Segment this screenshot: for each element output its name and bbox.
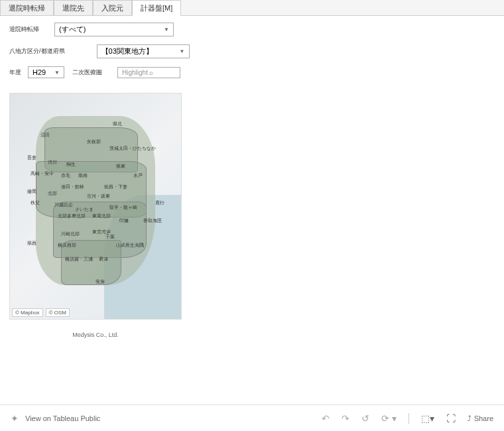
- share-icon: ⤴: [468, 414, 472, 422]
- redo-button[interactable]: ↷: [342, 413, 349, 424]
- region-filter-label: 八地方区分/都道府県: [9, 47, 65, 56]
- region-value: 【03関東地方】: [101, 46, 153, 56]
- search-placeholder: Highlight ...: [122, 69, 149, 76]
- outcome-dropdown[interactable]: (すべて) ▼: [54, 23, 174, 36]
- map-attribution: © Mapbox © OSM: [12, 308, 70, 317]
- bottom-toolbar: View on Tableau Public ↶ ↷ ↺ ⟳ ▾ ⬚▾ ⛶ ⤴ …: [0, 404, 504, 431]
- company-footer: Medysis Co., Ltd.: [0, 332, 191, 338]
- osm-attribution[interactable]: © OSM: [46, 308, 70, 317]
- undo-button[interactable]: ↶: [322, 413, 330, 424]
- year-filter-label: 年度: [9, 68, 23, 77]
- region-dropdown[interactable]: 【03関東地方】 ▼: [97, 44, 190, 58]
- filter-panel: 退院時転帰 (すべて) ▼ 八地方区分/都道府県 【03関東地方】 ▼ 年度 H…: [0, 16, 504, 93]
- replay-button[interactable]: ↺: [361, 413, 369, 424]
- caret-icon: ▼: [180, 48, 185, 54]
- tab-discharge-dest[interactable]: 退院先: [54, 0, 93, 15]
- outcome-filter-label: 退院時転帰: [9, 25, 49, 34]
- medical-area-label: 二次医療圏: [72, 68, 112, 77]
- share-button[interactable]: ⤴ Share: [468, 414, 493, 422]
- view-label: View on Tableau Public: [25, 414, 100, 422]
- tab-bar: 退院時転帰 退院先 入院元 計器盤[M]: [0, 0, 504, 16]
- refresh-button[interactable]: ⟳ ▾: [381, 413, 397, 424]
- tab-outcome[interactable]: 退院時転帰: [0, 0, 54, 15]
- tableau-icon: [11, 413, 21, 424]
- mapbox-attribution[interactable]: © Mapbox: [12, 308, 43, 317]
- share-label: Share: [474, 414, 493, 422]
- fullscreen-button[interactable]: ⛶: [446, 413, 456, 424]
- caret-icon: ▼: [164, 27, 169, 32]
- search-icon: ⌕: [149, 69, 176, 76]
- view-on-tableau-link[interactable]: View on Tableau Public: [11, 413, 100, 424]
- year-dropdown[interactable]: H29 ▼: [28, 66, 64, 78]
- map-region[interactable]: [61, 240, 121, 285]
- highlight-search[interactable]: Highlight ... ⌕: [117, 67, 180, 78]
- tab-dashboard[interactable]: 計器盤[M]: [132, 0, 181, 16]
- caret-icon: ▼: [54, 70, 60, 76]
- tab-admission-src[interactable]: 入院元: [93, 0, 132, 15]
- divider: [409, 413, 409, 424]
- device-button[interactable]: ⬚▾: [421, 413, 434, 424]
- map-viz[interactable]: 県北沼田矢板郡茨城太田・ひたちなか吾妻渋川桐生県東高崎・安中赤毛県南水戸達田・館…: [9, 93, 182, 320]
- outcome-value: (すべて): [59, 25, 86, 34]
- year-value: H29: [32, 68, 46, 76]
